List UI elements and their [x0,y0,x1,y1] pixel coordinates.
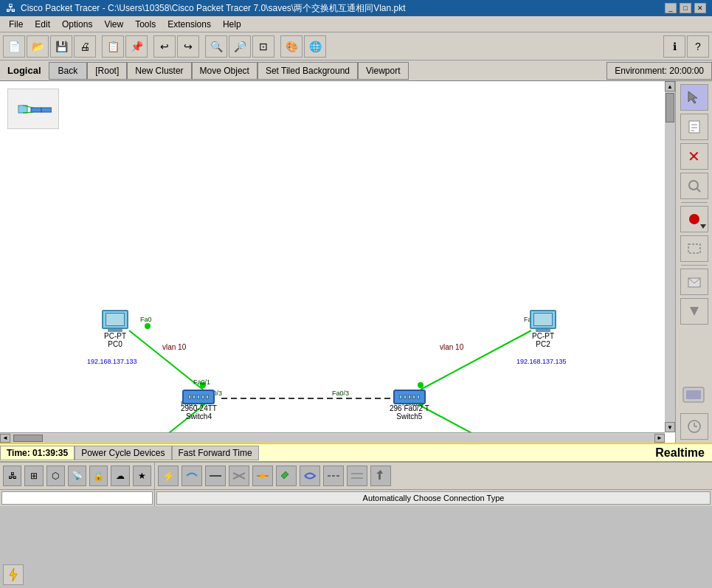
pc2-ip: 192.168.137.135 [516,358,567,365]
menu-help[interactable]: Help [217,18,247,31]
palette-button[interactable]: 🎨 [280,35,303,58]
coax-connect-button[interactable] [300,466,320,486]
vertical-scrollbar[interactable]: ▲ ▼ [665,81,675,432]
move-object-button[interactable]: Move Object [192,62,258,80]
sw4-port1-label: Fa0/1 [193,378,210,386]
set-tiled-bg-button[interactable]: Set Tiled Background [258,62,358,80]
fiber-connect-button[interactable] [252,466,273,486]
svg-point-5 [145,323,151,329]
print-button[interactable]: 🖨 [74,35,96,58]
menu-view[interactable]: View [98,18,129,31]
switch5-type-label: 296 Fa0/2 T [390,404,429,412]
straight-connect-button[interactable] [205,466,226,486]
menu-edit[interactable]: Edit [29,18,56,31]
undo-button[interactable]: ↩ [153,35,176,58]
svg-rect-14 [31,108,41,112]
circle-draw-button[interactable] [680,206,708,232]
save-button[interactable]: 💾 [50,35,72,58]
logical-label: Logical [0,62,49,79]
back-button[interactable]: Back [49,62,88,80]
switch4-icon [182,390,215,404]
octal-connect-button[interactable] [347,466,367,486]
realtime-label: Realtime [655,446,712,460]
crossover-connect-button[interactable] [229,466,249,486]
zoom-tool-button[interactable] [680,173,708,199]
switch4-type-label: 2960-24TT [181,404,217,412]
svg-line-2 [421,331,531,390]
app-icon: 🖧 [6,2,16,14]
bottom-right-icon [680,381,708,410]
menu-tools[interactable]: Tools [129,18,162,31]
paste-button[interactable]: 📌 [125,35,148,58]
wan-category[interactable]: ☁ [111,466,129,486]
canvas[interactable]: vlan 10 vlan 20 vlan 10 vlan 20 Fa0 Fa0/… [0,81,675,443]
realtime-mode-button[interactable] [3,564,24,585]
menu-extensions[interactable]: Extensions [162,18,217,31]
pc0-icon [102,310,128,329]
device-bar: 🖧 ⊞ ⬡ 📡 🔒 ☁ ★ ⚡ [0,462,712,506]
scroll-up-button[interactable]: ▲ [665,81,675,91]
minimize-button[interactable]: _ [665,3,677,13]
delete-tool-button[interactable]: ✕ [680,143,708,170]
logicalbar: Logical Back [Root] New Cluster Move Obj… [0,60,712,81]
hscroll-thumb[interactable] [13,435,43,442]
thumbnail-cluster [7,89,59,129]
copy-button[interactable]: 📋 [102,35,124,58]
redo-button[interactable]: ↪ [177,35,199,58]
network-button[interactable]: 🌐 [304,35,326,58]
pc2-type-label: PC-PT [532,332,554,340]
dashed-rect-button[interactable] [680,235,708,262]
scroll-down-button[interactable]: ▼ [665,422,675,432]
fast-forward-button[interactable]: Fast Forward Time [172,446,259,460]
horizontal-scrollbar[interactable]: ◄ ► [0,432,665,443]
help-button[interactable]: ? [687,35,709,58]
new-button[interactable]: 📄 [3,35,25,58]
scroll-right-button[interactable]: ► [654,434,665,443]
mail-button[interactable] [680,269,708,295]
menu-options[interactable]: Options [56,18,98,31]
scroll-thumb[interactable] [666,93,674,122]
svg-rect-27 [688,244,700,253]
cursor-tool-button[interactable] [680,84,708,111]
wireless-category[interactable]: 📡 [68,466,86,486]
console-connect-button[interactable] [182,466,202,486]
security-category[interactable]: 🔒 [89,466,108,486]
hscroll-track[interactable] [10,435,654,442]
auto-connect-button[interactable]: ⚡ [158,466,179,486]
menubar: File Edit Options View Tools Extensions … [0,16,712,32]
open-button[interactable]: 📂 [27,35,49,58]
pc2-icon [530,310,556,329]
power-cycle-button[interactable]: Power Cycle Devices [75,446,171,460]
close-button[interactable]: ✕ [694,3,706,13]
svg-text:⚡: ⚡ [162,470,176,482]
phone-connect-button[interactable] [276,466,297,486]
zoom-fit-button[interactable]: ⊡ [252,35,274,58]
maximize-button[interactable]: □ [680,3,691,13]
pc0-device[interactable]: PC-PT PC0 [102,310,128,348]
hub-category[interactable]: ⬡ [46,466,65,486]
zoom-button[interactable]: 🔍 [205,35,227,58]
connection-section: ⚡ [155,463,712,506]
scroll-track[interactable] [665,91,675,422]
switch5-device[interactable]: 296 Fa0/2 T Switch5 [390,390,429,421]
pc2-device[interactable]: PC-PT PC2 [530,310,556,348]
clock-button[interactable] [680,413,708,440]
scroll-left-button[interactable]: ◄ [0,434,10,443]
switch-category[interactable]: ⊞ [24,466,43,486]
down-arrow-button[interactable] [680,298,708,325]
usb-connect-button[interactable] [370,466,391,486]
menu-file[interactable]: File [3,18,29,31]
switch4-device[interactable]: 2960-24TT Switch4 [181,390,217,421]
switch5-icon [393,390,426,404]
zoom-out-button[interactable]: 🔎 [229,35,251,58]
pc0-port-label: Fa0 [140,316,152,323]
note-tool-button[interactable] [680,114,708,140]
switch5-name-label: Switch5 [396,412,422,421]
serial-connect-button[interactable] [323,466,344,486]
info-button[interactable]: ℹ [663,35,685,58]
router-category[interactable]: 🖧 [3,466,21,486]
viewport-button[interactable]: Viewport [358,62,408,80]
new-cluster-button[interactable]: New Cluster [127,62,191,80]
svg-marker-18 [688,91,697,103]
custom-category[interactable]: ★ [133,466,151,486]
